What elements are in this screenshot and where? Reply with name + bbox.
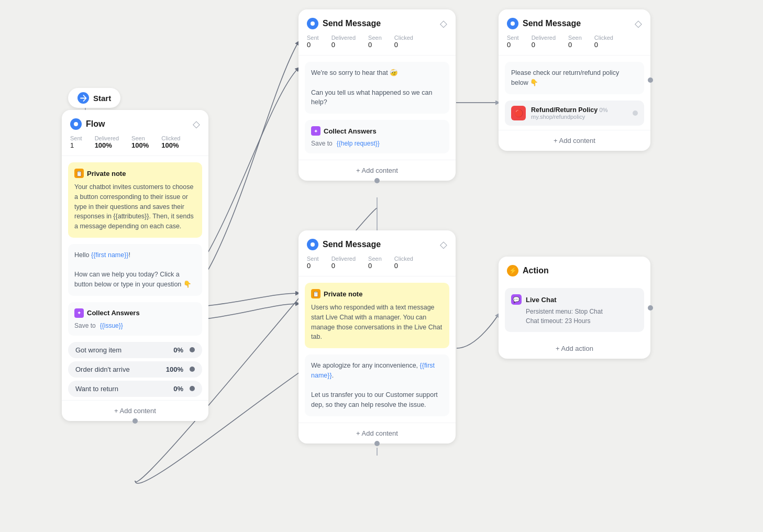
message-text: Hello {{first name}}!How can we help you… xyxy=(74,250,196,290)
flow-node-header: Flow ◇ xyxy=(62,110,208,135)
flow-private-note: 📋 Private note Your chatbot invites cust… xyxy=(68,162,202,238)
flow-bottom-connector xyxy=(132,418,138,424)
send-msg-1-header: Send Message ◇ xyxy=(298,9,456,35)
send-msg-3-note: 📋 Private note Users who responded with … xyxy=(305,283,449,348)
flow-node-title: Flow xyxy=(86,119,189,129)
action-node-header: ⚡ Action xyxy=(499,257,650,282)
send-msg-2-add-content[interactable]: + Add content xyxy=(499,130,650,151)
note-title: Private note xyxy=(87,170,126,178)
note-icon: 📋 xyxy=(74,169,84,178)
option-got-wrong-item[interactable]: Got wrong item 0% xyxy=(68,342,202,358)
flow-node: Flow ◇ Sent1 Delivered100% Seen100% Clic… xyxy=(62,110,208,421)
send-msg-2-title: Send Message xyxy=(523,19,631,28)
note-title-3: Private note xyxy=(324,290,362,298)
send-msg-3-bottom-connector xyxy=(374,441,380,446)
send-msg-1-tag-icon[interactable]: ◇ xyxy=(440,18,447,29)
save-to-label-2: Save to xyxy=(311,140,333,147)
option-pct: 0% xyxy=(173,346,183,354)
send-msg-1-stats: Sent0 Delivered0 Seen0 Clicked0 xyxy=(298,35,456,56)
send-msg-3-node: Send Message ◇ Sent0 Delivered0 Seen0 Cl… xyxy=(298,230,456,444)
action-node-title: Action xyxy=(523,266,642,275)
livechat-icon: 💬 xyxy=(511,294,522,305)
send-msg-2-link[interactable]: 🔴 Refund/Return Policy 0% my.shop/refund… xyxy=(505,101,644,126)
save-to-label: Save to xyxy=(74,322,96,329)
send-msg-3-add-content[interactable]: + Add content xyxy=(298,423,456,444)
send-msg-2-node: Send Message ◇ Sent0 Delivered0 Seen0 Cl… xyxy=(499,9,650,151)
note-icon-3: 📋 xyxy=(311,289,320,298)
send-msg-3-icon xyxy=(307,239,318,250)
send-msg-2-text: Please check our return/refund policy be… xyxy=(505,62,644,94)
send-msg-2-tag-icon[interactable]: ◇ xyxy=(635,18,642,29)
option-order-didnt-arrive[interactable]: Order didn't arrive 100% xyxy=(68,361,202,378)
send-msg-3-stats: Sent0 Delivered0 Seen0 Clicked0 xyxy=(298,256,456,276)
send-msg-1-add-content[interactable]: + Add content xyxy=(298,160,456,181)
flow-add-content[interactable]: + Add content xyxy=(62,400,208,421)
link-pct: 0% xyxy=(600,107,608,113)
note-text: Your chatbot invites customers to choose… xyxy=(74,182,196,231)
send-msg-2-right-connector xyxy=(648,77,653,83)
collect-icon-2: ✦ xyxy=(311,126,320,136)
action-right-connector xyxy=(648,305,653,311)
send-msg-3-tag-icon[interactable]: ◇ xyxy=(440,239,447,250)
option-dot[interactable] xyxy=(190,367,195,372)
send-msg-1-title: Send Message xyxy=(323,19,436,28)
send-msg-1-node: Send Message ◇ Sent0 Delivered0 Seen0 Cl… xyxy=(298,9,456,181)
flow-node-stats: Sent1 Delivered100% Seen100% Clicked100% xyxy=(62,135,208,156)
start-node[interactable]: Start xyxy=(68,88,120,108)
collect-icon: ✦ xyxy=(74,308,84,318)
link-title-text: Refund/Return Policy xyxy=(531,106,598,114)
action-node-icon: ⚡ xyxy=(507,265,518,276)
svg-point-0 xyxy=(74,122,78,126)
send-msg-1-text: We're so sorry to hear that 🤕Can you tel… xyxy=(305,62,449,114)
svg-point-2 xyxy=(511,21,515,26)
link-url: my.shop/refundpolicy xyxy=(531,114,627,120)
send-msg-2-stats: Sent0 Delivered0 Seen0 Clicked0 xyxy=(499,35,650,56)
send-msg-1-icon xyxy=(307,18,318,29)
svg-point-3 xyxy=(311,242,315,247)
send-msg-3-header: Send Message ◇ xyxy=(298,230,456,256)
flow-node-tag-icon[interactable]: ◇ xyxy=(193,118,200,130)
start-label: Start xyxy=(93,94,111,103)
option-label: Order didn't arrive xyxy=(75,365,130,373)
option-pct: 100% xyxy=(166,365,183,373)
option-dot[interactable] xyxy=(190,347,195,352)
send-msg-1-bottom-connector xyxy=(374,178,380,183)
collect-title-2: Collect Answers xyxy=(324,127,377,135)
link-icon: 🔴 xyxy=(511,106,526,120)
flow-collect: ✦ Collect Answers Save to {{issue}} xyxy=(68,302,202,336)
option-label: Got wrong item xyxy=(75,346,121,354)
save-to-var-2: {{help request}} xyxy=(337,140,380,147)
send-msg-2-header: Send Message ◇ xyxy=(499,9,650,35)
save-to-row-2: Save to {{help request}} xyxy=(311,140,443,147)
option-dot[interactable] xyxy=(190,386,195,391)
livechat-title: Live Chat xyxy=(526,296,557,304)
flow-node-icon xyxy=(70,118,82,130)
send-msg-3-text: We apologize for any inconvenience, {{fi… xyxy=(305,354,449,416)
option-label: Want to return xyxy=(75,385,118,393)
svg-point-1 xyxy=(311,21,315,26)
option-pct: 0% xyxy=(173,385,183,393)
action-item-livechat: 💬 Live Chat Persistent menu: Stop ChatCh… xyxy=(505,288,644,332)
send-msg-2-icon xyxy=(507,18,518,29)
livechat-desc: Persistent menu: Stop ChatChat timeout: … xyxy=(511,307,638,326)
collect-title: Collect Answers xyxy=(87,309,140,317)
send-msg-3-title: Send Message xyxy=(323,240,436,249)
note-text-3: Users who responded with a text message … xyxy=(311,303,443,342)
save-to-row: Save to {{issue}} xyxy=(74,322,196,329)
save-to-var: {{issue}} xyxy=(100,322,123,329)
flow-message: Hello {{first name}}!How can we help you… xyxy=(68,244,202,296)
send-msg-1-collect: ✦ Collect Answers Save to {{help request… xyxy=(305,120,449,153)
option-want-to-return[interactable]: Want to return 0% xyxy=(68,381,202,397)
start-icon xyxy=(78,92,89,104)
action-add-action[interactable]: + Add action xyxy=(499,338,650,359)
link-dot[interactable] xyxy=(633,110,638,116)
action-node: ⚡ Action 💬 Live Chat Persistent menu: St… xyxy=(499,257,650,359)
